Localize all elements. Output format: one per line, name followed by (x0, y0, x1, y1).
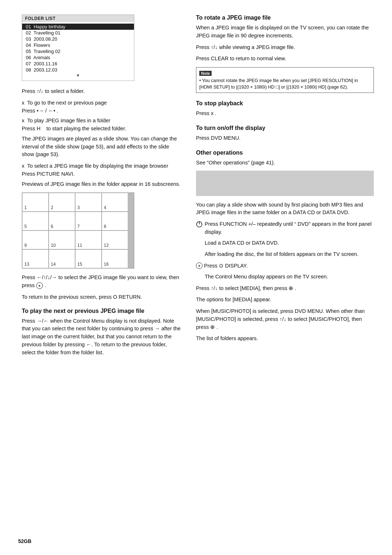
folder-list-item[interactable]: 06 Animals (22, 54, 134, 61)
left-column: FOLDER LIST 01 Happy birthday 02 Travell… (22, 15, 181, 360)
rotate-body2: Press ↑/↓ while viewing a JPEG image fil… (196, 44, 374, 52)
other-heading: Other operations (196, 150, 374, 156)
stop-body: Press x . (196, 110, 374, 118)
step4-text: Press ⊙ DISPLAY. (204, 262, 248, 270)
note-text: • You cannot rotate the JPEG image file … (199, 77, 371, 90)
folder-list-item[interactable]: 03 2003.08.20 (22, 36, 134, 42)
rotate-body1: When a JPEG image file is displayed on t… (196, 24, 374, 40)
note-box: Note • You cannot rotate the JPEG image … (196, 67, 374, 93)
folder-list-box: FOLDER LIST 01 Happy birthday 02 Travell… (22, 15, 134, 81)
other-body: See “Other operations” (page 41). (196, 159, 374, 167)
step2-text: Load a DATA CD or DATA DVD. (205, 239, 374, 247)
image-grid-wrapper: 1 2 3 4 5 6 7 8 9 10 11 12 13 14 (22, 193, 134, 268)
display-body: Press DVD MENU. (196, 134, 374, 142)
plus-icon-step4: + (196, 262, 203, 269)
slide-show-text: The JPEG images are played as a slide sh… (22, 135, 181, 159)
grid-cell-15[interactable]: 15 (75, 249, 102, 268)
right-column: To rotate a JPEG image file When a JPEG … (196, 15, 374, 360)
step6-text: Press ↑/↓ to select [MEDIA], then press … (196, 285, 374, 293)
next-prev-page-section: x To go to the next or previous pagePres… (22, 99, 181, 115)
folder-list-item[interactable]: 04 Flowers (22, 42, 134, 48)
press-arrows-text: Press ←/↑/↓/→ to select the JPEG image f… (22, 274, 181, 290)
grid-cell-14[interactable]: 14 (49, 249, 75, 268)
press-select-folder: Press ↑/↓ to select a folder. (22, 87, 181, 95)
next-prev-page-text: x To go to the next or previous pagePres… (22, 99, 107, 115)
svg-rect-1 (199, 222, 200, 224)
step5-text: The Control Menu display appears on the … (205, 273, 374, 281)
step3-text: After loading the disc, the list of fold… (205, 250, 374, 258)
grid-scrollbar[interactable] (128, 193, 134, 268)
step8-text: When [MUSIC/PHOTO] is selected, press DV… (196, 307, 374, 331)
select-jpeg-text: x To select a JPEG image file by display… (22, 162, 168, 178)
grid-cell-2[interactable]: 2 (49, 193, 75, 212)
grid-cell-16[interactable]: 16 (102, 249, 128, 268)
rotate-body3: Press CLEAR to return to normal view. (196, 55, 374, 63)
plus-circle-icon: + (36, 282, 43, 289)
grid-cell-3[interactable]: 3 (75, 193, 102, 212)
grid-cell-5[interactable]: 5 (22, 212, 49, 230)
folder-list-item[interactable]: 07 2003.11.16 (22, 61, 134, 67)
gray-image-box (196, 171, 374, 196)
return-text: To return to the previous screen, press … (22, 293, 181, 301)
power-circle-icon (196, 221, 203, 229)
grid-cell-7[interactable]: 7 (75, 212, 102, 230)
step4-row: + Press ⊙ DISPLAY. (196, 262, 374, 270)
folder-list-item[interactable]: 05 Travelling 02 (22, 48, 134, 54)
grid-cell-11[interactable]: 11 (75, 230, 102, 249)
play-jpeg-section: x To play JPEG image files in a folderPr… (22, 117, 181, 133)
step1-row: Press FUNCTION +/– repeatedly until “ DV… (196, 220, 374, 236)
display-heading: To turn on/off the display (196, 125, 374, 131)
grid-cell-1[interactable]: 1 (22, 193, 49, 212)
folder-list-arrow: ▼ (22, 73, 134, 79)
image-grid-container: 1 2 3 4 5 6 7 8 9 10 11 12 13 14 (22, 192, 134, 269)
stop-heading: To stop playback (196, 100, 374, 107)
next-prev-jpeg-body: Press →/← when the Control Menu display … (22, 317, 181, 357)
folder-list-item[interactable]: 02 Travelling 01 (22, 30, 134, 36)
next-prev-jpeg-heading: To play the next or previous JPEG image … (22, 308, 181, 314)
grid-cell-9[interactable]: 9 (22, 230, 49, 249)
select-jpeg-section: x To select a JPEG image file by display… (22, 162, 181, 178)
page-number: 52GB (18, 538, 32, 544)
grid-cell-13[interactable]: 13 (22, 249, 49, 268)
grid-cell-12[interactable]: 12 (102, 230, 128, 249)
grid-cell-10[interactable]: 10 (49, 230, 75, 249)
step1-text: Press FUNCTION +/– repeatedly until “ DV… (205, 220, 374, 236)
folder-list-item[interactable]: 08 2003.12.03 (22, 67, 134, 73)
note-label: Note (199, 71, 212, 76)
grid-cell-6[interactable]: 6 (49, 212, 75, 230)
rotate-heading: To rotate a JPEG image file (196, 15, 374, 21)
folder-list-header: FOLDER LIST (22, 15, 134, 22)
folder-list-items: 01 Happy birthday 02 Travelling 01 03 20… (22, 22, 134, 81)
grid-cell-4[interactable]: 4 (102, 193, 128, 212)
grid-cell-8[interactable]: 8 (102, 212, 128, 230)
step9-text: The list of folders appears. (196, 335, 374, 343)
folder-list-item[interactable]: 01 Happy birthday (22, 24, 134, 30)
step7-text: The options for [MEDIA] appear. (196, 296, 374, 304)
image-grid: 1 2 3 4 5 6 7 8 9 10 11 12 13 14 (22, 193, 128, 268)
play-jpeg-text: x To play JPEG image files in a folderPr… (22, 117, 126, 133)
previews-text: Previews of JPEG image files in the fold… (22, 180, 181, 188)
slide-sound-body1: You can play a slide show with sound by … (196, 201, 374, 217)
